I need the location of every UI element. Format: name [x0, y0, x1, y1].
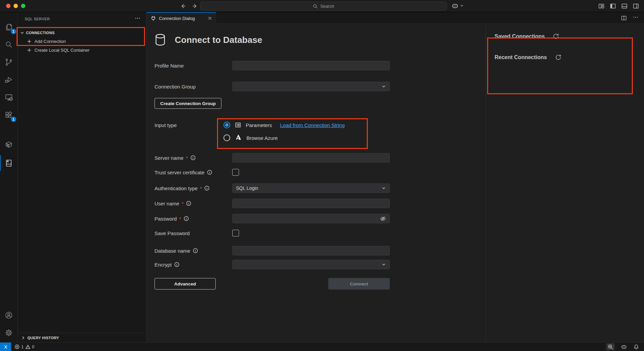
connections-section-header[interactable]: CONNECTIONS: [18, 28, 146, 37]
forward-icon[interactable]: [191, 3, 198, 9]
authentication-type-select[interactable]: SQL Login: [232, 183, 390, 193]
sidebar-item-add-connection[interactable]: Add Connection: [18, 37, 146, 46]
gear-icon: [4, 328, 13, 337]
connection-group-select[interactable]: [232, 82, 390, 91]
toggle-password-visibility-icon[interactable]: [380, 215, 386, 222]
server-name-label: Server name: [154, 155, 184, 161]
parameters-icon: [235, 122, 241, 128]
remote-indicator[interactable]: [0, 343, 11, 351]
toggle-secondary-sidebar-icon[interactable]: [633, 3, 639, 9]
authentication-type-value: SQL Login: [236, 185, 258, 191]
connections-side-panel: Saved Connections Recent Connections: [486, 24, 644, 342]
minimize-window-button[interactable]: [14, 4, 18, 8]
info-icon[interactable]: [204, 185, 210, 191]
refresh-icon[interactable]: [553, 33, 559, 40]
tab-connection-dialog[interactable]: Connection Dialog: [146, 12, 216, 24]
source-control-icon: [4, 58, 13, 67]
user-name-label: User name: [154, 201, 179, 206]
create-connection-group-button[interactable]: Create Connection Group: [154, 98, 221, 109]
copilot-status-icon[interactable]: [621, 344, 627, 350]
load-from-connection-string-link[interactable]: Load from Connection String: [280, 122, 345, 128]
connection-plug-icon: [150, 16, 156, 21]
sidebar-title: SQL SERVER: [25, 17, 50, 21]
split-editor-icon[interactable]: [621, 15, 627, 21]
plus-icon: [27, 39, 32, 44]
browse-azure-option-label[interactable]: Browse Azure: [246, 135, 278, 141]
advanced-button[interactable]: Advanced: [154, 278, 216, 290]
zoom-status-icon[interactable]: [606, 343, 615, 350]
extensions-badge: 1: [11, 117, 16, 122]
activity-search[interactable]: [0, 36, 18, 53]
password-label: Password: [154, 216, 177, 222]
profile-name-input[interactable]: [232, 61, 390, 70]
chevron-down-icon: [381, 186, 386, 191]
activity-remote-explorer[interactable]: [0, 89, 18, 106]
query-history-section-header[interactable]: QUERY HISTORY: [18, 333, 146, 342]
more-actions-icon[interactable]: [633, 14, 639, 22]
required-marker: *: [182, 201, 184, 206]
refresh-icon[interactable]: [555, 54, 562, 60]
editor-area: Connection Dialog Connect to Database: [146, 12, 644, 342]
back-icon[interactable]: [180, 3, 187, 9]
more-actions-icon[interactable]: [135, 15, 141, 23]
recent-connections-header: Recent Connections: [495, 54, 547, 60]
chevron-down-icon: [460, 4, 464, 8]
toggle-primary-sidebar-icon[interactable]: [610, 3, 616, 9]
activity-run-debug[interactable]: [0, 71, 18, 89]
toggle-panel-icon[interactable]: [621, 3, 628, 9]
chevron-down-icon: [381, 84, 386, 89]
run-debug-icon: [4, 75, 13, 84]
parameters-option-label[interactable]: Parameters: [246, 122, 272, 128]
search-label: Search: [320, 4, 334, 9]
encrypt-select[interactable]: [232, 260, 390, 269]
explorer-badge: 1: [11, 29, 16, 34]
azure-icon: [235, 133, 242, 142]
trust-server-certificate-checkbox[interactable]: [232, 169, 239, 176]
save-password-checkbox[interactable]: [232, 230, 239, 236]
info-icon[interactable]: [174, 262, 180, 267]
close-tab-icon[interactable]: [208, 16, 212, 21]
activity-extensions[interactable]: 1: [0, 106, 18, 124]
activity-source-control[interactable]: [0, 53, 18, 71]
tab-title: Connection Dialog: [159, 16, 195, 21]
parameters-radio[interactable]: [223, 122, 230, 128]
info-icon[interactable]: [190, 155, 196, 160]
browse-azure-radio[interactable]: [223, 134, 230, 141]
connect-button[interactable]: Connect: [328, 278, 390, 290]
problems-indicator[interactable]: 1 0: [15, 344, 34, 349]
container-icon: [4, 140, 13, 149]
plus-icon: [27, 48, 32, 53]
settings-button[interactable]: [0, 324, 18, 342]
connection-dialog-form: Connect to Database Profile Name Connect…: [146, 24, 486, 342]
error-icon: [15, 344, 20, 349]
close-window-button[interactable]: [6, 4, 10, 8]
password-input[interactable]: [232, 214, 390, 223]
warning-icon: [25, 344, 30, 349]
accounts-button[interactable]: [0, 306, 18, 324]
activity-sql-server[interactable]: [0, 154, 18, 172]
maximize-window-button[interactable]: [21, 4, 25, 8]
server-name-input[interactable]: [232, 153, 390, 162]
info-icon[interactable]: [193, 248, 198, 253]
command-center-search[interactable]: Search: [200, 2, 447, 10]
info-icon[interactable]: [186, 201, 191, 206]
activity-containers[interactable]: [0, 135, 18, 154]
input-type-label: Input type: [154, 122, 177, 128]
info-icon[interactable]: [207, 170, 212, 175]
notifications-bell-icon[interactable]: [633, 344, 639, 350]
search-icon: [313, 4, 318, 9]
user-name-input[interactable]: [232, 199, 390, 208]
activity-bar: 1 1: [0, 12, 18, 342]
search-icon: [4, 40, 13, 49]
info-icon[interactable]: [184, 216, 189, 221]
database-name-input[interactable]: [232, 246, 390, 255]
required-marker: *: [200, 185, 202, 191]
workbench: 1 1: [0, 12, 644, 342]
required-marker: *: [186, 155, 188, 161]
copilot-menu[interactable]: [451, 2, 464, 9]
customize-layout-icon[interactable]: [598, 3, 605, 9]
sidebar-item-create-local-sql-container[interactable]: Create Local SQL Container: [18, 46, 146, 54]
encrypt-label: Encrypt: [154, 262, 172, 268]
connection-group-label: Connection Group: [154, 84, 196, 90]
activity-explorer[interactable]: 1: [0, 18, 18, 36]
